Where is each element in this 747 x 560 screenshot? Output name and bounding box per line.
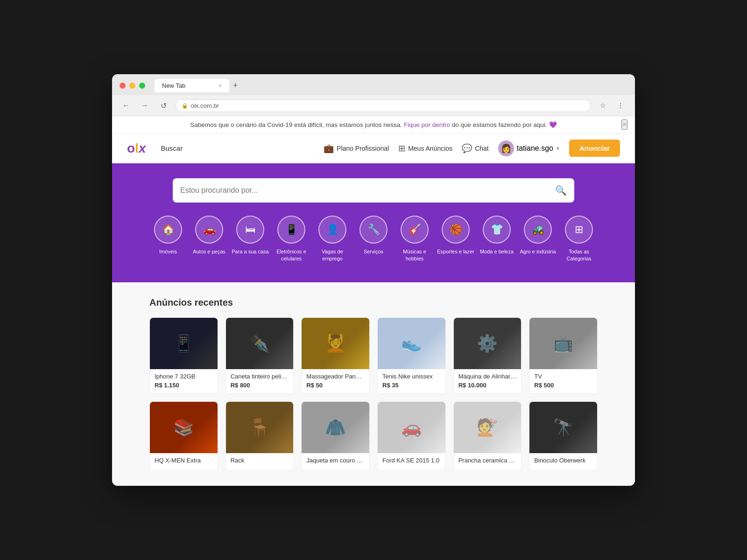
forward-button[interactable]: → xyxy=(138,99,151,112)
active-tab[interactable]: New Tab × xyxy=(155,79,229,92)
ad-image-7: 📚 xyxy=(150,402,218,453)
lock-icon: 🔒 xyxy=(182,103,188,109)
navbar-buscar[interactable]: Buscar xyxy=(161,144,183,152)
category-icon-casa: 🛏 xyxy=(236,216,264,244)
ad-info-3: Massageador Panasonic Reach Easy R$ 50 xyxy=(302,369,369,393)
ad-card-12[interactable]: 🔭 Binoculo Oberwerk xyxy=(529,401,598,471)
covid-link[interactable]: Fique por dentro xyxy=(404,121,450,128)
chevron-down-icon: ∨ xyxy=(556,145,560,151)
meus-anuncios-nav-item[interactable]: ⊞ Meus Anúncios xyxy=(398,143,452,154)
category-item-servicos[interactable]: 🔧 Serviços xyxy=(355,216,392,255)
category-item-autos[interactable]: 🚗 Autos e peças xyxy=(190,216,228,255)
meus-anuncios-label: Meus Anúncios xyxy=(408,145,452,152)
category-item-vagas[interactable]: 👤 Vagas de emprego xyxy=(314,216,351,262)
back-button[interactable]: ← xyxy=(120,99,133,112)
ad-card-7[interactable]: 📚 HQ X-MEN Extra xyxy=(149,401,218,471)
category-icon-autos: 🚗 xyxy=(195,216,223,244)
close-traffic-light[interactable] xyxy=(120,83,126,89)
category-item-musicas[interactable]: 🎸 Músicas e hobbies xyxy=(396,216,433,262)
category-label-servicos: Serviços xyxy=(364,248,383,255)
ad-price-1: R$ 1.150 xyxy=(155,382,213,389)
ad-info-4: Tenis Nike unissex R$ 35 xyxy=(378,369,445,393)
ad-info-9: Jaqueta em couro super xyxy=(302,453,369,470)
category-label-autos: Autos e peças xyxy=(193,248,226,255)
category-item-moda[interactable]: 👕 Moda e beleza xyxy=(478,216,515,255)
ad-card-2[interactable]: ✒️ Caneta tinteiro pelikan L5 R$ 800 xyxy=(226,317,294,394)
new-tab-button[interactable]: + xyxy=(231,81,240,92)
ad-card-3[interactable]: 💆 Massageador Panasonic Reach Easy R$ 50 xyxy=(301,317,370,394)
content-area: Anúncios recentes 📱 Iphone 7 32GB R$ 1.1… xyxy=(112,282,635,486)
category-label-agro: Agro e indústria xyxy=(520,248,556,255)
ad-title-5: Máquina de Alinhar Vergalhão xyxy=(458,373,517,380)
ad-title-2: Caneta tinteiro pelikan L5 xyxy=(231,373,289,380)
search-magnifier-icon: 🔍 xyxy=(555,185,567,196)
ad-image-11: 💇 xyxy=(454,402,521,453)
category-icon-todas: ⊞ xyxy=(565,216,593,244)
category-label-eletronicos: Eletrônicos e celulares xyxy=(273,248,310,262)
menu-button[interactable]: ⋮ xyxy=(613,100,627,111)
grid-icon: ⊞ xyxy=(398,143,405,154)
ad-card-8[interactable]: 🪑 Rack xyxy=(226,401,294,471)
recent-ads-title: Anúncios recentes xyxy=(149,297,598,308)
logo-l: l xyxy=(135,142,139,155)
category-icon-eletronicos: 📱 xyxy=(277,216,305,244)
category-icon-servicos: 🔧 xyxy=(359,216,388,244)
olx-logo[interactable]: olx xyxy=(127,142,146,155)
search-button[interactable]: 🔍 xyxy=(555,185,567,196)
ad-price-2: R$ 800 xyxy=(231,382,289,389)
ad-image-10: 🚗 xyxy=(378,402,445,453)
ad-title-8: Rack xyxy=(231,457,289,464)
ads-grid: 📱 Iphone 7 32GB R$ 1.150 ✒️ Caneta tinte… xyxy=(149,317,598,471)
covid-banner: Sabemos que o cenário da Covid-19 está d… xyxy=(112,116,635,133)
search-input[interactable] xyxy=(180,186,551,195)
bookmark-button[interactable]: ☆ xyxy=(596,100,610,111)
category-icon-imoveis: 🏠 xyxy=(154,216,182,244)
ad-card-4[interactable]: 👟 Tenis Nike unissex R$ 35 xyxy=(377,317,446,394)
ad-info-1: Iphone 7 32GB R$ 1.150 xyxy=(150,369,218,393)
ad-card-10[interactable]: 🚗 Ford KA SE 2015 1.0 xyxy=(377,401,446,471)
tab-close-button[interactable]: × xyxy=(218,83,222,89)
ad-image-8: 🪑 xyxy=(226,402,294,453)
minimize-traffic-light[interactable] xyxy=(129,83,135,89)
covid-close-button[interactable]: × xyxy=(621,119,627,130)
user-menu[interactable]: 👩 tatiane.sgo ∨ xyxy=(498,140,560,156)
browser-toolbar: ← → ↺ 🔒 olx.com.br ☆ ⋮ xyxy=(112,95,635,116)
user-avatar: 👩 xyxy=(498,140,514,156)
search-bar: 🔍 xyxy=(173,178,574,203)
address-bar[interactable]: 🔒 olx.com.br xyxy=(176,99,591,112)
ad-image-12: 🔭 xyxy=(529,402,597,453)
ad-card-1[interactable]: 📱 Iphone 7 32GB R$ 1.150 xyxy=(149,317,218,394)
ad-card-5[interactable]: ⚙️ Máquina de Alinhar Vergalhão R$ 10.00… xyxy=(453,317,522,394)
category-item-esportes[interactable]: 🏀 Esportes e lazer xyxy=(437,216,474,255)
category-item-casa[interactable]: 🛏 Para a sua casa xyxy=(232,216,269,255)
toolbar-actions: ☆ ⋮ xyxy=(596,100,627,111)
anunciar-button[interactable]: Anunciar xyxy=(569,140,620,157)
ad-title-9: Jaqueta em couro super xyxy=(306,457,365,464)
maximize-traffic-light[interactable] xyxy=(139,83,145,89)
category-item-imoveis[interactable]: 🏠 Imóveis xyxy=(149,216,187,255)
reload-button[interactable]: ↺ xyxy=(157,99,170,112)
tab-title: New Tab xyxy=(162,82,185,89)
ad-card-11[interactable]: 💇 Prancha ceramica salon xyxy=(453,401,522,471)
category-item-eletronicos[interactable]: 📱 Eletrônicos e celulares xyxy=(273,216,310,262)
ad-title-10: Ford KA SE 2015 1.0 xyxy=(382,457,441,464)
plano-profissional-nav-item[interactable]: 💼 Plano Profissional xyxy=(324,143,389,154)
ad-image-3: 💆 xyxy=(302,318,369,369)
ad-title-1: Iphone 7 32GB xyxy=(155,373,213,380)
category-label-todas: Todas as Categorias xyxy=(560,248,598,262)
category-item-agro[interactable]: 🚜 Agro e indústria xyxy=(519,216,557,255)
category-item-todas[interactable]: ⊞ Todas as Categorias xyxy=(560,216,598,262)
logo-x: x xyxy=(139,142,146,155)
ad-image-6: 📺 xyxy=(529,318,597,369)
ad-info-11: Prancha ceramica salon xyxy=(454,453,521,470)
ad-card-9[interactable]: 🧥 Jaqueta em couro super xyxy=(301,401,370,471)
ad-price-5: R$ 10.000 xyxy=(458,382,517,389)
chat-icon: 💬 xyxy=(462,143,472,154)
ad-price-6: R$ 500 xyxy=(534,382,592,389)
chat-nav-item[interactable]: 💬 Chat xyxy=(462,143,489,154)
olx-navbar: olx Buscar 💼 Plano Profissional ⊞ Meus A… xyxy=(112,133,635,163)
ad-price-3: R$ 50 xyxy=(306,382,365,389)
user-name-label: tatiane.sgo xyxy=(517,144,553,153)
categories-row: 🏠 Imóveis 🚗 Autos e peças 🛏 Para a sua c… xyxy=(149,216,598,273)
ad-card-6[interactable]: 📺 TV R$ 500 xyxy=(529,317,598,394)
